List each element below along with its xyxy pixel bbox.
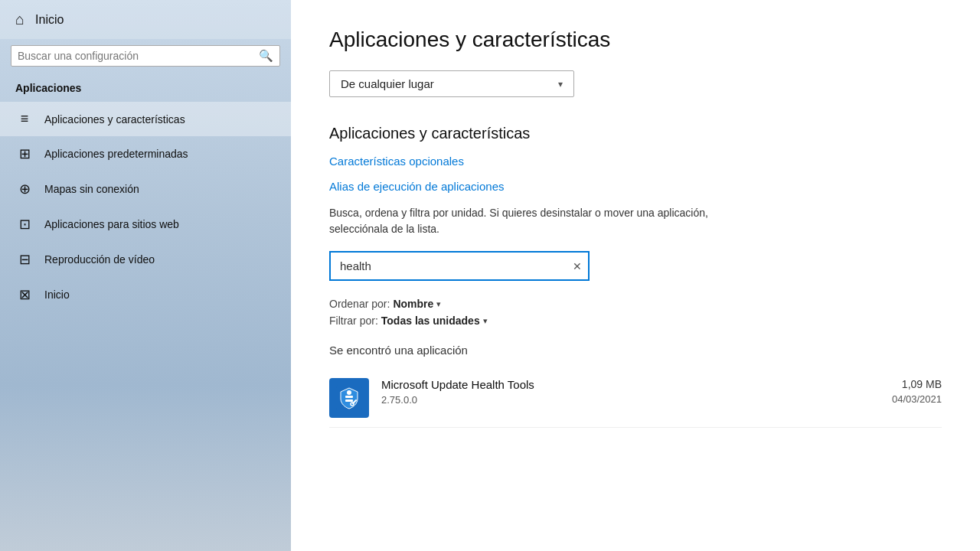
section-title: Aplicaciones y características (329, 125, 942, 142)
filter-chevron-icon: ▾ (483, 316, 488, 326)
search-box: 🔍 (11, 45, 280, 67)
sidebar-item-video[interactable]: ⊟ Reproducción de vídeo (0, 242, 291, 277)
svg-rect-1 (345, 396, 353, 398)
apps-features-icon: ≡ (15, 111, 34, 127)
source-dropdown[interactable]: De cualquier lugar ▾ (329, 70, 574, 97)
sidebar-item-default-apps[interactable]: ⊞ Aplicaciones predeterminadas (0, 136, 291, 171)
web-apps-icon: ⊡ (15, 216, 34, 233)
sidebar: ⌂ Inicio 🔍 Aplicaciones ≡ Aplicaciones y… (0, 0, 291, 551)
sort-filter-row: Ordenar por: Nombre ▾ Filtrar por: Todas… (329, 298, 942, 327)
app-version: 2.75.0.0 (381, 394, 880, 406)
offline-maps-icon: ⊕ (15, 181, 34, 197)
app-search-input[interactable] (329, 251, 590, 281)
video-icon: ⊟ (15, 251, 34, 268)
filter-label-prefix: Filtrar por: (329, 315, 378, 327)
app-search-wrapper: ✕ (329, 251, 590, 281)
svg-rect-2 (345, 399, 353, 402)
sidebar-item-startup[interactable]: ⊠ Inicio (0, 277, 291, 312)
sidebar-item-video-label: Reproducción de vídeo (44, 253, 155, 266)
chevron-down-icon: ▾ (558, 79, 563, 90)
page-title: Aplicaciones y características (329, 28, 942, 52)
main-content: Aplicaciones y características De cualqu… (291, 0, 980, 551)
sidebar-item-offline-maps-label: Mapas sin conexión (44, 183, 139, 195)
sidebar-item-startup-label: Inicio (44, 289, 70, 301)
sidebar-item-apps-features-label: Aplicaciones y características (44, 113, 185, 126)
list-item[interactable]: Microsoft Update Health Tools 2.75.0.0 1… (329, 369, 942, 428)
app-icon-svg (333, 382, 365, 414)
optional-features-link[interactable]: Características opcionales (329, 155, 942, 168)
sidebar-home-button[interactable]: ⌂ Inicio (0, 0, 291, 39)
sidebar-item-offline-maps[interactable]: ⊕ Mapas sin conexión (0, 171, 291, 207)
app-alias-link[interactable]: Alias de ejecución de aplicaciones (329, 180, 942, 193)
search-input[interactable] (18, 50, 259, 62)
svg-point-3 (347, 390, 351, 395)
app-meta: 1,09 MB 04/03/2021 (892, 378, 942, 405)
search-clear-button[interactable]: ✕ (573, 260, 582, 272)
app-name: Microsoft Update Health Tools (381, 378, 880, 391)
home-icon: ⌂ (15, 11, 24, 28)
filter-label-value: Todas las unidades (381, 315, 480, 327)
sort-chevron-icon: ▾ (436, 299, 441, 309)
sidebar-item-apps-features[interactable]: ≡ Aplicaciones y características (0, 102, 291, 136)
sort-label-value: Nombre (393, 298, 433, 310)
sidebar-home-label: Inicio (35, 13, 64, 27)
sort-control[interactable]: Ordenar por: Nombre ▾ (329, 298, 942, 310)
sidebar-item-web-apps-label: Aplicaciones para sitios web (44, 218, 179, 230)
default-apps-icon: ⊞ (15, 145, 34, 162)
app-size: 1,09 MB (892, 378, 942, 390)
filter-control[interactable]: Filtrar por: Todas las unidades ▾ (329, 315, 942, 327)
search-button[interactable]: 🔍 (259, 49, 273, 63)
sort-label-prefix: Ordenar por: (329, 298, 390, 310)
app-icon (329, 378, 369, 418)
app-info: Microsoft Update Health Tools 2.75.0.0 (381, 378, 880, 406)
startup-icon: ⊠ (15, 286, 34, 303)
sidebar-item-web-apps[interactable]: ⊡ Aplicaciones para sitios web (0, 207, 291, 242)
sidebar-item-default-apps-label: Aplicaciones predeterminadas (44, 148, 188, 160)
source-dropdown-value: De cualquier lugar (341, 77, 434, 90)
result-count: Se encontró una aplicación (329, 344, 942, 357)
sidebar-section-title: Aplicaciones (0, 77, 291, 102)
description-text: Busca, ordena y filtra por unidad. Si qu… (329, 205, 743, 237)
app-date: 04/03/2021 (892, 393, 942, 405)
